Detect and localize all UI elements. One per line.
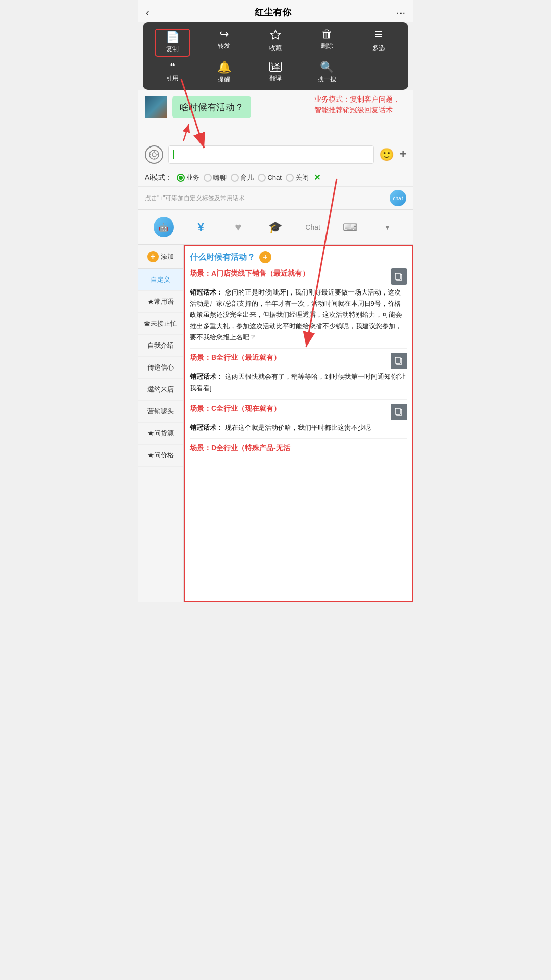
content-add-button[interactable]: + bbox=[259, 251, 271, 263]
menu-item-collect[interactable]: 收藏 bbox=[258, 29, 293, 57]
toolbar-robot[interactable]: 🤖 bbox=[145, 214, 182, 240]
sidebar-item-source[interactable]: ★问货源 bbox=[138, 423, 183, 445]
sidebar-item-confidence[interactable]: 传递信心 bbox=[138, 357, 183, 379]
scene-B-label: 销冠话术： bbox=[190, 373, 223, 380]
menu-item-multiselect[interactable]: 多选 bbox=[361, 29, 396, 57]
scene-C-title: 场景：C全行业（现在就有） bbox=[190, 404, 387, 414]
annotation-text: 业务模式：复制客户问题，智能推荐销冠级回复话术 bbox=[314, 94, 406, 115]
copy-icon: 📄 bbox=[166, 32, 180, 43]
menu-item-search-label: 搜一搜 bbox=[318, 75, 336, 84]
copy-icon-svg bbox=[394, 272, 404, 281]
radio-business-dot bbox=[179, 176, 183, 180]
menu-item-delete-label: 删除 bbox=[321, 42, 333, 51]
context-menu-row-1: 📄 复制 ↪ 转发 收藏 🗑 删除 多选 bbox=[147, 29, 404, 57]
scene-A-copy-button[interactable] bbox=[391, 268, 407, 285]
menu-item-quote[interactable]: ❝ 引用 bbox=[155, 62, 190, 84]
sidebar-add-button[interactable]: + 添加 bbox=[138, 245, 183, 269]
scene-C-content: 销冠话术： 现在这个就是活动价哈，我们平时都比这贵不少呢 bbox=[190, 422, 407, 433]
scene-C-header: 场景：C全行业（现在就有） bbox=[190, 404, 407, 420]
chat-bubble: 啥时候有活动？ bbox=[172, 96, 251, 118]
radio-casual-label: 嗨聊 bbox=[213, 173, 227, 182]
menu-item-delete[interactable]: 🗑 删除 bbox=[309, 29, 345, 57]
scene-A-title: 场景：A门店类线下销售（最近就有） bbox=[190, 268, 387, 279]
svg-marker-0 bbox=[271, 30, 280, 39]
ai-mode-casual[interactable]: 嗨聊 bbox=[204, 173, 227, 182]
context-menu: 📄 复制 ↪ 转发 收藏 🗑 删除 多选 ❝ 引用 bbox=[143, 22, 408, 90]
menu-item-translate[interactable]: 译 翻译 bbox=[258, 62, 293, 84]
emoji-button[interactable]: 🙂 bbox=[379, 148, 394, 162]
scene-block-A: 场景：A门店类线下销售（最近就有） 销冠话术： 您问的正是时候[呲牙]，我们刚好… bbox=[190, 268, 407, 343]
scene-C-copy-button[interactable] bbox=[391, 404, 407, 420]
svg-rect-13 bbox=[395, 273, 400, 279]
ai-mode-off[interactable]: 关闭 bbox=[286, 173, 309, 182]
radio-chat-circle bbox=[258, 174, 266, 182]
sidebar-item-common[interactable]: ★常用语 bbox=[138, 291, 183, 313]
sidebar-item-intro[interactable]: 自我介绍 bbox=[138, 335, 183, 357]
copy-B-icon bbox=[394, 356, 404, 365]
voice-button[interactable] bbox=[145, 145, 163, 164]
radio-parenting-circle bbox=[231, 174, 239, 182]
scene-divider-CD bbox=[190, 438, 407, 439]
back-button[interactable]: ‹ bbox=[146, 7, 149, 18]
content-panel: 什么时候有活动？ + 场景：A门店类线下销售（最近就有） 销冠话术： 您问的正是… bbox=[184, 245, 413, 602]
svg-rect-17 bbox=[395, 408, 400, 414]
input-area: 🙂 + bbox=[138, 141, 413, 168]
question-title-row: 什么时候有活动？ + bbox=[190, 251, 407, 263]
toolbar-keyboard[interactable]: ⌨ bbox=[332, 218, 369, 236]
add-button[interactable]: + bbox=[399, 148, 406, 162]
robot-icon: 🤖 bbox=[154, 217, 174, 237]
toolbar-chat[interactable]: Chat bbox=[294, 220, 332, 234]
toolbar-hat[interactable]: 🎓 bbox=[257, 217, 294, 237]
input-right-icons: 🙂 + bbox=[379, 148, 406, 162]
search-icon: 🔍 bbox=[320, 62, 334, 73]
sidebar: + 添加 自定义 ★常用语 ☎未接正忙 自我介绍 传递信心 邀约来店 营销噱头 … bbox=[138, 245, 184, 602]
collect-icon bbox=[270, 29, 281, 42]
menu-item-copy[interactable]: 📄 复制 bbox=[155, 29, 190, 57]
copy-C-icon bbox=[394, 407, 404, 416]
ai-mode-close[interactable]: ✕ bbox=[314, 173, 320, 182]
menu-item-search[interactable]: 🔍 搜一搜 bbox=[309, 62, 345, 84]
scene-C-text: 现在这个就是活动价哈，我们平时都比这贵不少呢 bbox=[225, 424, 371, 431]
sidebar-item-invite[interactable]: 邀约来店 bbox=[138, 379, 183, 401]
menu-item-copy-label: 复制 bbox=[166, 45, 179, 54]
toolbar-row: 🤖 ¥ ♥ 🎓 Chat ⌨ ▼ bbox=[138, 209, 413, 245]
toolbar-arrow-down[interactable]: ▼ bbox=[369, 220, 406, 234]
scene-D-header: 场景：D全行业（特殊产品-无活 bbox=[190, 443, 407, 453]
ai-mode-chat[interactable]: Chat bbox=[258, 174, 281, 182]
sidebar-item-busy[interactable]: ☎未接正忙 bbox=[138, 313, 183, 335]
robot-label: 🤖 bbox=[159, 223, 169, 232]
radio-chat-label: Chat bbox=[267, 174, 281, 181]
menu-item-forward-label: 转发 bbox=[218, 42, 230, 51]
sidebar-item-marketing[interactable]: 营销噱头 bbox=[138, 401, 183, 423]
scene-A-header: 场景：A门店类线下销售（最近就有） bbox=[190, 268, 407, 285]
sidebar-item-custom[interactable]: 自定义 bbox=[138, 269, 183, 291]
scene-divider-BC bbox=[190, 399, 407, 400]
radio-business-label: 业务 bbox=[186, 173, 199, 182]
more-button[interactable]: ··· bbox=[396, 7, 405, 18]
menu-item-forward[interactable]: ↪ 转发 bbox=[206, 29, 242, 57]
svg-rect-15 bbox=[395, 357, 400, 363]
tag-hint-text: 点击"+"可添加自定义标签及常用话术 bbox=[145, 194, 245, 203]
scene-A-label: 销冠话术： bbox=[190, 288, 223, 296]
scene-B-copy-button[interactable] bbox=[391, 353, 407, 369]
menu-item-remind[interactable]: 🔔 提醒 bbox=[206, 62, 242, 84]
radio-off-circle bbox=[286, 174, 294, 182]
sidebar-item-price[interactable]: ★问价格 bbox=[138, 445, 183, 467]
avatar bbox=[145, 96, 167, 118]
quote-icon: ❝ bbox=[170, 62, 176, 72]
ai-mode-business[interactable]: 业务 bbox=[177, 173, 199, 182]
menu-item-multiselect-label: 多选 bbox=[372, 44, 385, 53]
remind-icon: 🔔 bbox=[217, 62, 231, 73]
scene-B-content: 销冠话术： 这两天很快就会有了，稍等等哈，到时候我第一时间通知你[让我看看] bbox=[190, 371, 407, 394]
avatar-image bbox=[145, 96, 167, 118]
toolbar-money[interactable]: ¥ bbox=[182, 217, 219, 237]
ai-mode-parenting[interactable]: 育儿 bbox=[231, 173, 254, 182]
scene-block-D: 场景：D全行业（特殊产品-无活 bbox=[190, 443, 407, 453]
text-input[interactable] bbox=[168, 145, 374, 164]
ai-mode-bar: Ai模式： 业务 嗨聊 育儿 Chat 关闭 ✕ bbox=[138, 168, 413, 186]
chat-avatar-small: chat bbox=[390, 190, 406, 206]
toolbar-heart[interactable]: ♥ bbox=[219, 217, 257, 237]
money-icon: ¥ bbox=[198, 220, 204, 234]
heart-icon: ♥ bbox=[235, 220, 241, 234]
chat-icon-label: Chat bbox=[305, 223, 320, 231]
